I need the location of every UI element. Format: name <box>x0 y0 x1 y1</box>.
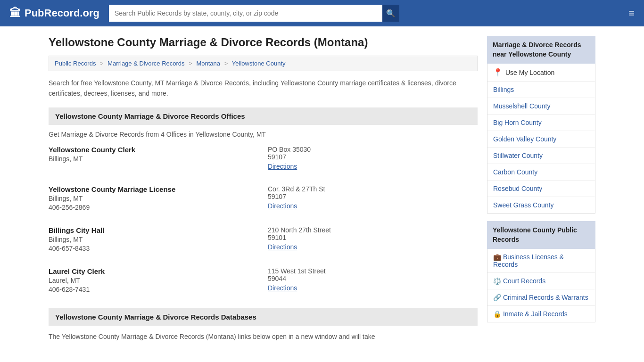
office-addr-line-3a: 210 North 27th Street <box>268 226 478 234</box>
office-entry-1: Yellowstone County Clerk Billings, MT PO… <box>49 146 478 175</box>
office-entry-4: Laurel City Clerk Laurel, MT 406-628-743… <box>49 267 478 298</box>
sidebar-item-carbon[interactable]: Carbon County <box>487 164 595 181</box>
directions-link-1[interactable]: Directions <box>268 163 297 170</box>
sidebar-item-goldenvalley[interactable]: Golden Valley County <box>487 131 595 148</box>
section2-header: Yellowstone County Marriage & Divorce Re… <box>49 308 478 326</box>
nearby-section-title: Marriage & Divorce Records near Yellowst… <box>487 36 595 64</box>
search-input[interactable] <box>109 5 382 22</box>
office-name-3: Billings City Hall <box>49 226 258 234</box>
directions-link-2[interactable]: Directions <box>268 202 297 210</box>
office-phone-4: 406-628-7431 <box>49 286 258 293</box>
office-addr-line-2a: Cor. 3Rd & 27Th St <box>268 185 478 193</box>
breadcrumb-public-records[interactable]: Public Records <box>55 60 96 67</box>
hamburger-icon: ≡ <box>628 7 635 19</box>
office-addr-line-1a: PO Box 35030 <box>268 146 478 153</box>
office-phone-2: 406-256-2869 <box>49 204 258 211</box>
office-city-4: Laurel, MT <box>49 277 258 284</box>
office-city-1: Billings, MT <box>49 155 258 163</box>
content-area: Yellowstone County Marriage & Divorce Re… <box>49 36 478 350</box>
building-icon: 🏛 <box>9 7 21 20</box>
pubrecords-section-title: Yellowstone County Public Records <box>487 221 595 249</box>
office-entry-2: Yellowstone County Marriage License Bill… <box>49 185 478 216</box>
breadcrumb: Public Records > Marriage & Divorce Reco… <box>49 56 478 71</box>
section1-header: Yellowstone County Marriage & Divorce Re… <box>49 107 478 125</box>
breadcrumb-montana[interactable]: Montana <box>196 60 220 67</box>
directions-link-3[interactable]: Directions <box>268 243 297 251</box>
office-name-4: Laurel City Clerk <box>49 267 258 275</box>
office-addr-line-1b: 59107 <box>268 153 478 161</box>
location-pin-icon: 📍 <box>493 68 503 77</box>
logo[interactable]: 🏛 PubRecord.org <box>9 7 99 20</box>
office-addr-line-4b: 59044 <box>268 275 478 282</box>
office-name-2: Yellowstone County Marriage License <box>49 185 258 193</box>
menu-button[interactable]: ≡ <box>628 8 635 18</box>
breadcrumb-sep-1: > <box>100 60 105 67</box>
sidebar-item-criminal-records[interactable]: 🔗 Criminal Records & Warrants <box>487 289 595 306</box>
sidebar-item-sweetgrass[interactable]: Sweet Grass County <box>487 197 595 213</box>
directions-link-4[interactable]: Directions <box>268 284 297 292</box>
sidebar-item-rosebud[interactable]: Rosebud County <box>487 181 595 197</box>
sidebar-item-court-records[interactable]: ⚖️ Court Records <box>487 273 595 289</box>
breadcrumb-sep-3: > <box>224 60 230 67</box>
office-addr-line-4a: 115 West 1st Street <box>268 267 478 275</box>
sidebar-item-bighorn[interactable]: Big Horn County <box>487 115 595 131</box>
offices-count: Get Marriage & Divorce Records from 4 Of… <box>49 131 478 138</box>
intro-text: Search for free Yellowstone County, MT M… <box>49 78 478 99</box>
sidebar-item-billings[interactable]: Billings <box>487 82 595 98</box>
breadcrumb-yellowstone[interactable]: Yellowstone County <box>232 60 286 67</box>
main-container: Yellowstone County Marriage & Divorce Re… <box>39 26 605 360</box>
link-icon: 🔗 <box>493 294 501 301</box>
office-address-4: 115 West 1st Street 59044 Directions <box>268 267 478 293</box>
sidebar-item-stillwater[interactable]: Stillwater County <box>487 148 595 164</box>
section2-intro: The Yellowstone County Marriage & Divorc… <box>49 331 478 342</box>
briefcase-icon: 💼 <box>493 253 501 261</box>
office-address-1: PO Box 35030 59107 Directions <box>268 146 478 170</box>
office-info-2: Yellowstone County Marriage License Bill… <box>49 185 258 211</box>
office-address-3: 210 North 27th Street 59101 Directions <box>268 226 478 252</box>
breadcrumb-marriage-divorce[interactable]: Marriage & Divorce Records <box>107 60 184 67</box>
office-city-2: Billings, MT <box>49 195 258 202</box>
office-addr-line-2b: 59107 <box>268 193 478 200</box>
office-entry-3: Billings City Hall Billings, MT 406-657-… <box>49 226 478 257</box>
breadcrumb-sep-2: > <box>189 60 194 67</box>
site-header: 🏛 PubRecord.org 🔍 ≡ <box>0 0 644 26</box>
sidebar-item-musselshell[interactable]: Musselshell County <box>487 98 595 115</box>
office-info-1: Yellowstone County Clerk Billings, MT <box>49 146 258 170</box>
office-name-1: Yellowstone County Clerk <box>49 146 258 154</box>
pubrecords-list: 💼 Business Licenses & Records ⚖️ Court R… <box>487 249 595 322</box>
office-info-3: Billings City Hall Billings, MT 406-657-… <box>49 226 258 252</box>
use-my-location-label: Use My Location <box>505 69 554 76</box>
sidebar-item-use-my-location[interactable]: 📍 Use My Location <box>487 64 595 82</box>
nearby-list: 📍 Use My Location Billings Musselshell C… <box>487 64 595 214</box>
office-city-3: Billings, MT <box>49 236 258 243</box>
search-area: 🔍 <box>109 5 614 22</box>
search-button[interactable]: 🔍 <box>382 5 399 22</box>
sidebar-item-inmate-records[interactable]: 🔒 Inmate & Jail Records <box>487 306 595 322</box>
sidebar: Marriage & Divorce Records near Yellowst… <box>487 36 595 350</box>
office-phone-3: 406-657-8433 <box>49 245 258 252</box>
scales-icon: ⚖️ <box>493 277 501 285</box>
search-icon: 🔍 <box>386 9 396 18</box>
page-title: Yellowstone County Marriage & Divorce Re… <box>49 36 478 49</box>
office-info-4: Laurel City Clerk Laurel, MT 406-628-743… <box>49 267 258 293</box>
office-addr-line-3b: 59101 <box>268 234 478 241</box>
lock-icon: 🔒 <box>493 310 501 318</box>
office-address-2: Cor. 3Rd & 27Th St 59107 Directions <box>268 185 478 211</box>
logo-text: PubRecord.org <box>25 7 99 19</box>
sidebar-item-business-licenses[interactable]: 💼 Business Licenses & Records <box>487 249 595 273</box>
